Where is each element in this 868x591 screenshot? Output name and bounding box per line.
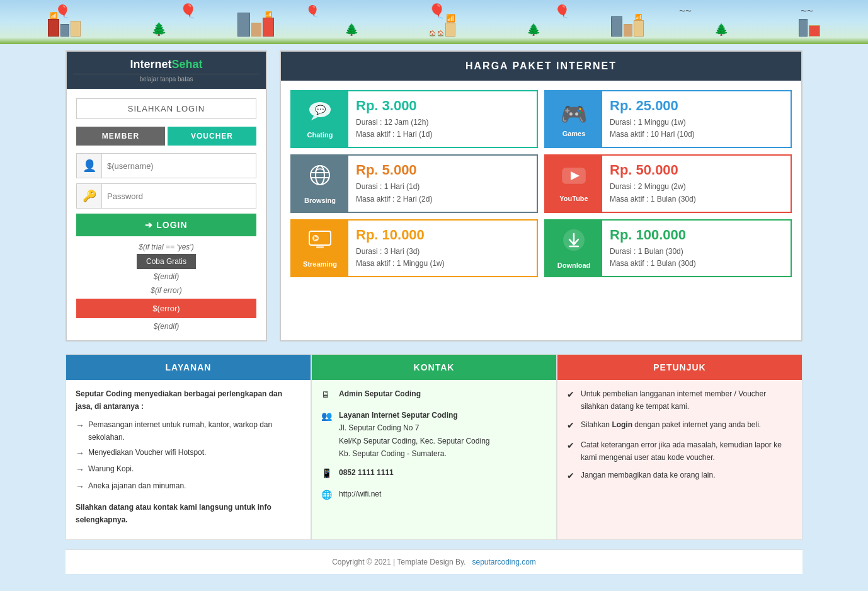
if-error-text: $(if error) xyxy=(76,286,256,295)
youtube-label: YouTube xyxy=(559,195,588,202)
chating-detail: Durasi : 12 Jam (12h) Masa aktif : 1 Har… xyxy=(356,117,529,141)
footer-link[interactable]: seputarcoding.com xyxy=(472,558,535,566)
games-icon-area: 🎮 Games xyxy=(545,91,602,147)
location-icon: 👥 xyxy=(321,409,334,424)
check-icon-2: ✔ xyxy=(567,418,577,433)
key-icon: 🔑 xyxy=(77,184,102,208)
check-icon-4: ✔ xyxy=(567,469,577,484)
layanan-item-4: → Aneka jajanan dan minuman. xyxy=(76,479,301,495)
chating-label: Chating xyxy=(307,131,333,139)
petunjuk-item-4-text: Jangan membagikan data ke orang lain. xyxy=(581,469,715,481)
logo: InternetSehat xyxy=(73,58,260,71)
petunjuk-item-2: ✔ Silahkan Login dengan paket internet y… xyxy=(567,418,792,433)
tab-voucher[interactable]: VOUCHER xyxy=(168,127,256,146)
trial-condition-text: $(if trial == 'yes') xyxy=(76,243,256,251)
arrow-icon-2: → xyxy=(76,446,84,461)
kontak-header: KONTAK xyxy=(312,355,556,380)
packages-header: HARGA PAKET INTERNET xyxy=(281,52,801,81)
layanan-item-2-text: Menyediakan Voucher wifi Hotspot. xyxy=(88,446,206,459)
layanan-item-3: → Warung Kopi. xyxy=(76,462,301,478)
layanan-body: Seputar Coding menyediakan berbagai perl… xyxy=(66,380,311,539)
petunjuk-item-2-text: Silahkan Login dengan paket internet yan… xyxy=(581,418,761,431)
trial-section: $(if trial == 'yes') Coba Gratis xyxy=(76,243,256,269)
password-row: 🔑 xyxy=(76,183,256,209)
phone-number: 0852 1111 1111 xyxy=(339,466,394,479)
username-input[interactable] xyxy=(102,156,256,176)
buildings: 📶 🌲 📶 🌲 🏠 🏠 📶 xyxy=(0,11,868,37)
layanan-intro: Seputar Coding menyediakan berbagai perl… xyxy=(76,387,301,413)
admin-icon: 🖥 xyxy=(321,387,334,403)
download-detail: Durasi : 1 Bulan (30d) Masa aktif : 1 Bu… xyxy=(610,246,783,270)
petunjuk-item-3: ✔ Catat keterangan error jika ada masala… xyxy=(567,439,792,464)
logo-tagline: belajar tanpa batas xyxy=(73,74,260,83)
package-chating[interactable]: 💬 Chating Rp. 3.000 Durasi : 12 Jam (12h… xyxy=(290,90,538,148)
website-url: http://wifi.net xyxy=(339,488,381,500)
skyline-banner: 🎈 🎈 🎈 🎈 🎈 〜〜 〜〜 📶 🌲 📶 xyxy=(0,0,868,44)
layanan-internet-label: Layanan Internet Seputar Coding xyxy=(339,409,489,422)
browsing-icon xyxy=(307,164,333,193)
petunjuk-column: PETUNJUK ✔ Untuk pembelian langganan int… xyxy=(557,354,802,540)
login-panel: InternetSehat belajar tanpa batas SILAHK… xyxy=(66,50,267,341)
kontak-website: 🌐 http://wifi.net xyxy=(321,488,547,503)
layanan-footer: Silahkan datang atau kontak kami langsun… xyxy=(76,501,301,527)
login-button[interactable]: ➔ LOGIN xyxy=(76,214,256,236)
browsing-detail: Durasi : 1 Hari (1d) Masa aktif : 2 Hari… xyxy=(356,181,529,205)
browsing-info: Rp. 5.000 Durasi : 1 Hari (1d) Masa akti… xyxy=(348,156,537,211)
check-icon-3: ✔ xyxy=(567,439,577,454)
download-label: Download xyxy=(557,261,591,269)
kontak-layanan: 👥 Layanan Internet Seputar Coding Jl. Se… xyxy=(321,409,547,461)
chating-info: Rp. 3.000 Durasi : 12 Jam (12h) Masa akt… xyxy=(348,91,537,147)
petunjuk-item-1: ✔ Untuk pembelian langganan internet mem… xyxy=(567,387,792,413)
footer-copyright: Copyright © 2021 | Template Design By. xyxy=(332,558,465,566)
username-row: 👤 xyxy=(76,153,256,178)
youtube-icon xyxy=(561,165,587,192)
chating-icon-area: 💬 Chating xyxy=(292,91,348,147)
package-browsing[interactable]: Browsing Rp. 5.000 Durasi : 1 Hari (1d) … xyxy=(290,154,538,212)
games-info: Rp. 25.000 Durasi : 1 Minggu (1w) Masa a… xyxy=(602,91,791,147)
kontak-phone: 📱 0852 1111 1111 xyxy=(321,466,547,481)
layanan-header: LAYANAN xyxy=(66,355,311,380)
web-icon: 🌐 xyxy=(321,488,334,503)
package-streaming[interactable]: Streaming Rp. 10.000 Durasi : 3 Hari (3d… xyxy=(290,219,538,277)
coba-gratis-button[interactable]: Coba Gratis xyxy=(137,254,196,269)
login-header: InternetSehat belajar tanpa batas xyxy=(67,52,266,89)
download-icon-area: Download xyxy=(545,221,602,276)
layanan-item-1: → Pemasangan internet untuk rumah, kanto… xyxy=(76,418,301,444)
streaming-detail: Durasi : 3 Hari (3d) Masa aktif : 1 Ming… xyxy=(356,246,529,270)
layanan-item-2: → Menyediakan Voucher wifi Hotspot. xyxy=(76,446,301,461)
address-line3: Kb. Seputar Coding - Sumatera. xyxy=(339,447,489,460)
petunjuk-item-3-text: Catat keterangan error jika ada masalah,… xyxy=(581,439,792,464)
arrow-icon-3: → xyxy=(76,462,84,478)
packages-panel: HARGA PAKET INTERNET 💬 Chating xyxy=(280,50,802,341)
arrow-icon-4: → xyxy=(76,479,84,495)
petunjuk-item-4: ✔ Jangan membagikan data ke orang lain. xyxy=(567,469,792,484)
games-detail: Durasi : 1 Minggu (1w) Masa aktif : 10 H… xyxy=(610,117,783,141)
packages-grid: 💬 Chating Rp. 3.000 Durasi : 12 Jam (12h… xyxy=(281,81,801,287)
password-input[interactable] xyxy=(102,186,256,206)
streaming-icon-area: Streaming xyxy=(292,221,348,276)
download-icon xyxy=(561,227,587,258)
login-title: SILAHKAN LOGIN xyxy=(76,98,256,119)
package-youtube[interactable]: YouTube Rp. 50.000 Durasi : 2 Minggu (2w… xyxy=(544,154,792,212)
youtube-info: Rp. 50.000 Durasi : 2 Minggu (2w) Masa a… xyxy=(602,156,791,211)
address-line1: Jl. Seputar Coding No 7 xyxy=(339,422,489,434)
package-games[interactable]: 🎮 Games Rp. 25.000 Durasi : 1 Minggu (1w… xyxy=(544,90,792,148)
kontak-layanan-detail: Layanan Internet Seputar Coding Jl. Sepu… xyxy=(339,409,489,461)
logo-sehat: Sehat xyxy=(171,58,202,71)
download-info: Rp. 100.000 Durasi : 1 Bulan (30d) Masa … xyxy=(602,221,791,276)
arrow-icon-1: → xyxy=(76,418,84,433)
package-download[interactable]: Download Rp. 100.000 Durasi : 1 Bulan (3… xyxy=(544,219,792,277)
svg-text:💬: 💬 xyxy=(315,105,326,115)
tab-member[interactable]: MEMBER xyxy=(76,127,165,146)
layanan-item-4-text: Aneka jajanan dan minuman. xyxy=(88,479,186,492)
streaming-label: Streaming xyxy=(303,260,337,268)
browsing-price: Rp. 5.000 xyxy=(356,162,529,178)
error-box: $(error) xyxy=(76,299,256,318)
footer: Copyright © 2021 | Template Design By. s… xyxy=(66,549,802,574)
endif1-text: $(endif) xyxy=(76,272,256,281)
kontak-column: KONTAK 🖥 Admin Seputar Coding 👥 Layanan … xyxy=(311,354,557,540)
user-icon: 👤 xyxy=(77,154,102,178)
layanan-item-1-text: Pemasangan internet untuk rumah, kantor,… xyxy=(88,418,301,444)
layanan-column: LAYANAN Seputar Coding menyediakan berba… xyxy=(66,354,311,540)
check-icon-1: ✔ xyxy=(567,387,577,403)
